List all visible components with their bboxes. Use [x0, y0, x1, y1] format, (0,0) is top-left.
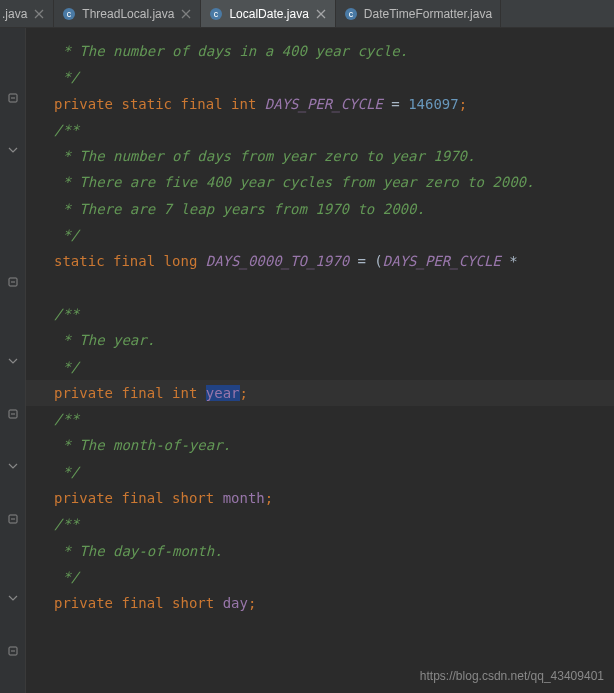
fold-close-icon[interactable] — [7, 513, 19, 525]
kw-int: int — [231, 96, 256, 112]
num-literal: 146097 — [408, 96, 459, 112]
kw-long: long — [164, 253, 198, 269]
kw-static: static — [121, 96, 172, 112]
comment-text: * The year. — [54, 332, 155, 348]
kw-short: short — [172, 490, 214, 506]
tab-file-3[interactable]: c DateTimeFormatter.java — [336, 0, 501, 27]
comment-text: * There are five 400 year cycles from ye… — [54, 174, 534, 190]
svg-text:c: c — [67, 9, 72, 19]
kw-private: private — [54, 595, 113, 611]
kw-private: private — [54, 96, 113, 112]
comment-text: * There are 7 leap years from 1970 to 20… — [54, 201, 425, 217]
const-name: DAYS_PER_CYCLE — [265, 96, 383, 112]
fold-close-icon[interactable] — [7, 408, 19, 420]
java-class-icon: c — [62, 7, 76, 21]
editor-area: * The number of days in a 400 year cycle… — [0, 28, 614, 693]
comment-text: * The number of days from year zero to y… — [54, 148, 475, 164]
fold-close-icon[interactable] — [7, 276, 19, 288]
kw-final: final — [121, 385, 163, 401]
tab-file-2[interactable]: c LocalDate.java — [201, 0, 335, 27]
kw-private: private — [54, 385, 113, 401]
tab-label: ThreadLocal.java — [82, 7, 174, 21]
kw-final: final — [113, 253, 155, 269]
semicolon: ; — [248, 595, 256, 611]
comment-close: */ — [54, 569, 79, 585]
comment-text: * The number of days in a 400 year cycle… — [54, 43, 408, 59]
comment-close: */ — [54, 359, 79, 375]
comment-open: /** — [54, 122, 79, 138]
fold-open-icon[interactable] — [7, 144, 19, 156]
fold-open-icon[interactable] — [7, 460, 19, 472]
code-editor[interactable]: * The number of days in a 400 year cycle… — [26, 28, 614, 693]
kw-final: final — [121, 595, 163, 611]
tab-file-0[interactable]: .java — [0, 0, 54, 27]
op-mult: * — [501, 253, 518, 269]
java-class-icon: c — [344, 7, 358, 21]
semicolon: ; — [240, 385, 248, 401]
const-name: DAYS_0000_TO_1970 — [206, 253, 349, 269]
semicolon: ; — [459, 96, 467, 112]
kw-static: static — [54, 253, 105, 269]
kw-final: final — [121, 490, 163, 506]
field-day: day — [223, 595, 248, 611]
comment-close: */ — [54, 464, 79, 480]
semicolon: ; — [265, 490, 273, 506]
comment-close: */ — [54, 69, 79, 85]
tab-label: .java — [2, 7, 27, 21]
kw-short: short — [172, 595, 214, 611]
op-assign: = — [391, 96, 399, 112]
comment-open: /** — [54, 411, 79, 427]
comment-open: /** — [54, 306, 79, 322]
kw-int: int — [172, 385, 197, 401]
field-month: month — [223, 490, 265, 506]
svg-text:c: c — [214, 9, 219, 19]
comment-open: /** — [54, 516, 79, 532]
tab-file-1[interactable]: c ThreadLocal.java — [54, 0, 201, 27]
close-icon[interactable] — [315, 8, 327, 20]
comment-close: */ — [54, 227, 79, 243]
java-class-icon: c — [209, 7, 223, 21]
const-ref: DAYS_PER_CYCLE — [383, 253, 501, 269]
comment-text: * The day-of-month. — [54, 543, 223, 559]
kw-private: private — [54, 490, 113, 506]
fold-close-icon[interactable] — [7, 92, 19, 104]
fold-open-icon[interactable] — [7, 355, 19, 367]
op-assign-paren: = ( — [358, 253, 383, 269]
field-year: year — [206, 385, 240, 401]
kw-final: final — [180, 96, 222, 112]
close-icon[interactable] — [180, 8, 192, 20]
tab-label: LocalDate.java — [229, 7, 308, 21]
editor-tabs: .java c ThreadLocal.java c LocalDate.jav… — [0, 0, 614, 28]
close-icon[interactable] — [33, 8, 45, 20]
comment-text: * The month-of-year. — [54, 437, 231, 453]
fold-open-icon[interactable] — [7, 592, 19, 604]
svg-text:c: c — [349, 9, 354, 19]
tab-label: DateTimeFormatter.java — [364, 7, 492, 21]
fold-close-icon[interactable] — [7, 645, 19, 657]
gutter — [0, 28, 26, 693]
